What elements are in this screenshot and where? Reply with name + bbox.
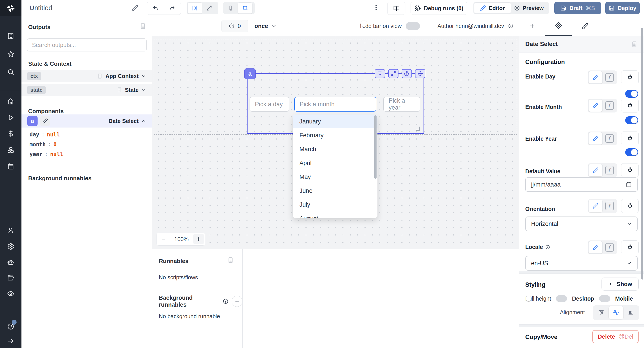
rail-item-settings[interactable] (0, 241, 22, 252)
javascript-input-button[interactable]: ƒ (603, 200, 616, 212)
docs-button[interactable] (387, 2, 406, 15)
static-input-button[interactable] (588, 241, 603, 254)
info-icon[interactable] (508, 23, 514, 29)
month-option[interactable]: February (293, 128, 378, 142)
search-outputs-input[interactable] (27, 38, 147, 52)
rename-component-button[interactable] (40, 116, 50, 126)
show-styling-button[interactable]: Show (602, 278, 639, 290)
desktop-style-toggle[interactable] (599, 295, 610, 302)
rail-item-variables[interactable] (0, 128, 22, 139)
editor-tab[interactable]: Editor (474, 2, 511, 14)
static-input-button[interactable] (588, 164, 603, 176)
app-canvas[interactable]: a Pick a day Pick a month Pick a year Ja… (152, 36, 519, 249)
connect-input-button[interactable] (621, 240, 639, 254)
tab-insert-component[interactable] (519, 16, 546, 36)
fullscreen-layout-button[interactable] (202, 3, 216, 14)
delete-component-button[interactable]: Delete ⌘Del (592, 330, 639, 343)
tab-component-settings[interactable] (546, 16, 572, 36)
expand-down-button[interactable] (375, 69, 385, 78)
connect-input-button[interactable] (621, 132, 639, 145)
info-icon[interactable] (545, 245, 550, 250)
rail-item-favorites[interactable] (0, 49, 22, 60)
rail-item-audit[interactable] (0, 288, 22, 299)
ctx-row[interactable]: ctx App Context (22, 70, 152, 82)
rail-item-schedules[interactable] (0, 161, 22, 172)
rail-item-folders[interactable] (0, 273, 22, 283)
static-input-button[interactable] (588, 132, 603, 145)
month-select-input[interactable]: Pick a month (294, 97, 376, 112)
component-doc-icon[interactable] (631, 41, 638, 48)
component-list-row[interactable]: a Date Select (22, 114, 152, 128)
locale-select[interactable]: en-US (525, 256, 638, 270)
default-value-date-input[interactable]: jj/mm/aaaa (525, 177, 638, 192)
enable-month-toggle[interactable] (625, 116, 638, 124)
javascript-input-button[interactable]: ƒ (603, 241, 616, 254)
month-option[interactable]: April (293, 156, 378, 170)
resize-handle[interactable] (416, 126, 420, 130)
deploy-button[interactable]: Deploy (605, 2, 640, 14)
debug-runs-button[interactable]: Debug runs (0) (410, 2, 467, 15)
fullsize-button[interactable] (388, 69, 398, 78)
connect-input-button[interactable] (621, 99, 639, 112)
rename-app-button[interactable] (132, 5, 138, 12)
align-center-button[interactable] (609, 306, 624, 319)
schedule-mode-dropdown[interactable]: once (254, 20, 276, 32)
tab-global-styling[interactable] (572, 16, 598, 36)
day-select-input[interactable]: Pick a day (250, 97, 289, 112)
javascript-input-button[interactable]: ƒ (603, 71, 616, 84)
settings-scrollbar[interactable] (641, 28, 643, 280)
rail-collapse-button[interactable] (0, 336, 22, 346)
month-option[interactable]: May (293, 170, 378, 184)
month-option[interactable]: June (293, 184, 378, 198)
align-top-button[interactable] (594, 306, 609, 319)
chevron-down-icon[interactable] (141, 74, 146, 78)
zoom-in-button[interactable] (193, 234, 204, 244)
rail-item-resources[interactable] (0, 144, 22, 155)
chevron-down-icon[interactable] (141, 88, 146, 92)
hide-bar-toggle[interactable] (406, 22, 420, 30)
centered-layout-button[interactable] (188, 2, 202, 14)
static-input-button[interactable] (588, 71, 603, 84)
runnables-doc-icon[interactable] (227, 257, 234, 264)
orientation-select[interactable]: Horizontal (525, 216, 638, 231)
javascript-input-button[interactable]: ƒ (603, 132, 616, 145)
month-option[interactable]: January (293, 114, 378, 128)
rail-item-runs[interactable] (0, 112, 22, 123)
add-background-runnable-button[interactable] (232, 296, 242, 307)
windmill-logo[interactable] (0, 0, 22, 16)
draft-button[interactable]: Draft ⌘S (554, 2, 601, 14)
info-icon[interactable] (223, 298, 228, 304)
redo-button[interactable] (164, 3, 180, 14)
javascript-input-button[interactable]: ƒ (603, 99, 616, 112)
enable-day-toggle[interactable] (625, 90, 638, 98)
full-height-toggle[interactable] (556, 295, 567, 302)
connect-input-button[interactable] (621, 199, 639, 213)
preview-tab[interactable]: Preview (511, 3, 547, 14)
static-input-button[interactable] (588, 99, 603, 112)
rail-item-workers[interactable] (0, 257, 22, 268)
undo-button[interactable] (147, 3, 164, 14)
desktop-view-button[interactable] (238, 2, 252, 14)
outputs-doc-icon[interactable] (140, 23, 146, 30)
move-button[interactable] (415, 69, 425, 78)
month-option[interactable]: March (293, 142, 378, 156)
rail-item-help[interactable] (0, 321, 22, 332)
static-input-button[interactable] (588, 200, 603, 212)
refresh-button[interactable]: 0 (222, 20, 248, 32)
javascript-input-button[interactable]: ƒ (603, 164, 616, 176)
zoom-out-button[interactable] (157, 233, 170, 245)
month-option[interactable]: August (293, 212, 378, 218)
rail-item-users[interactable] (0, 225, 22, 236)
more-menu-button[interactable] (372, 4, 380, 11)
rail-item-home[interactable] (0, 96, 22, 107)
connect-input-button[interactable] (621, 163, 639, 177)
enable-year-toggle[interactable] (625, 148, 638, 156)
rail-item-workspace[interactable] (0, 31, 22, 42)
rail-item-search[interactable] (0, 67, 22, 78)
align-bottom-button[interactable] (624, 306, 638, 319)
year-select-input[interactable]: Pick a year (383, 97, 420, 112)
mobile-view-button[interactable] (224, 3, 238, 14)
month-option[interactable]: July (293, 198, 378, 212)
chevron-up-icon[interactable] (141, 118, 146, 124)
anchor-button[interactable] (402, 69, 412, 78)
